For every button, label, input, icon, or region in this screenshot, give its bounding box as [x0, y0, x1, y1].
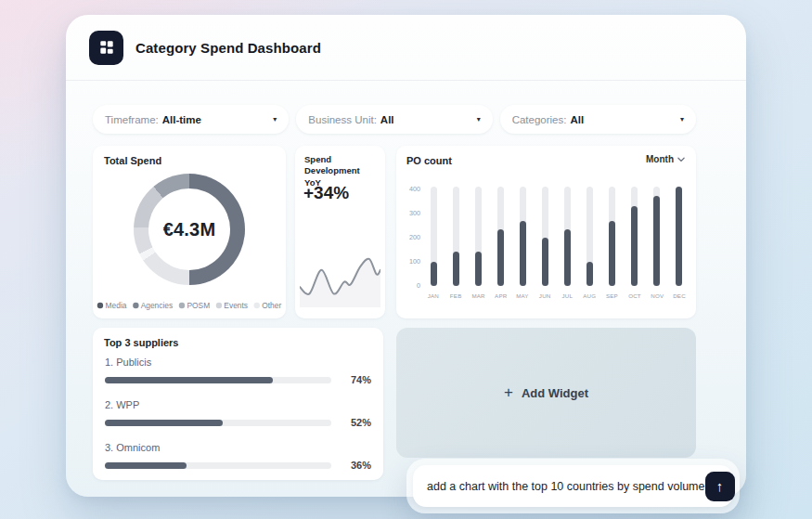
- legend-item-media: Media: [97, 301, 127, 310]
- legend-dot: [133, 303, 138, 308]
- bar-track: [609, 187, 615, 286]
- bar-fill: [520, 221, 526, 286]
- po-bar-may: MAY: [515, 187, 530, 303]
- bar-track: [586, 187, 593, 286]
- x-axis-tick-label: JUL: [562, 292, 574, 299]
- supplier-bar-fill: [105, 420, 223, 426]
- up-arrow-icon: ↑: [716, 478, 724, 494]
- bar-track: [676, 187, 682, 286]
- bar-track: [453, 187, 459, 286]
- supplier-bar-track: [105, 462, 331, 469]
- legend-dot: [97, 303, 103, 308]
- po-bar-jan: JAN: [426, 187, 441, 303]
- x-axis-tick-label: MAR: [471, 292, 484, 299]
- bar-track: [497, 187, 504, 286]
- legend-label: Other: [262, 301, 281, 310]
- chevron-down-icon: [677, 157, 685, 162]
- po-count-title: PO count: [406, 155, 452, 166]
- filter-timeframe-label: Timeframe:: [105, 114, 159, 125]
- legend-label: Events: [224, 301, 248, 310]
- bar-track: [564, 187, 571, 286]
- bar-fill: [453, 252, 459, 286]
- filter-business-unit[interactable]: Business Unit: All ▾: [296, 105, 492, 134]
- panel-header: Category Spend Dashboard: [66, 15, 746, 81]
- filter-categories[interactable]: Categories: All ▾: [500, 105, 696, 134]
- add-widget-button[interactable]: + Add Widget: [396, 328, 696, 458]
- x-axis-tick-label: JAN: [428, 292, 439, 299]
- bar-fill: [586, 262, 593, 286]
- bar-fill: [631, 206, 638, 286]
- legend-label: Agencies: [141, 301, 174, 310]
- send-button[interactable]: ↑: [705, 472, 735, 501]
- legend-dot: [216, 303, 222, 308]
- total-spend-value: €4.3M: [163, 219, 216, 240]
- bar-fill: [475, 252, 482, 286]
- supplier-percentage: 36%: [342, 460, 371, 471]
- total-spend-card: Total Spend €4.3M MediaAgenciesPOSMEvent…: [93, 146, 286, 318]
- filter-categories-label: Categories:: [512, 114, 567, 125]
- chat-bar: add a chart with the top 10 countries by…: [406, 459, 740, 513]
- chat-input[interactable]: add a chart with the top 10 countries by…: [413, 465, 733, 507]
- bar-track: [653, 187, 660, 286]
- supplier-row: 1. Publicis74%: [105, 357, 371, 385]
- bar-fill: [609, 221, 615, 286]
- chat-input-text: add a chart with the top 10 countries by…: [427, 480, 705, 493]
- po-count-granularity-selector[interactable]: Month: [646, 154, 685, 164]
- po-bar-apr: APR: [493, 187, 508, 303]
- supplier-bar-row: 74%: [105, 374, 371, 385]
- app-logo: [89, 31, 123, 65]
- po-count-granularity-value: Month: [646, 154, 674, 164]
- chevron-down-icon: ▾: [273, 115, 277, 123]
- bar-fill: [564, 229, 571, 286]
- chevron-down-icon: ▾: [477, 115, 481, 123]
- supplier-bar-row: 36%: [105, 460, 371, 471]
- y-axis-tick-label: 200: [406, 234, 420, 240]
- po-bar-sep: SEP: [605, 187, 620, 303]
- bar-fill: [497, 229, 504, 286]
- filter-bar: Timeframe: All-time ▾ Business Unit: All…: [93, 105, 696, 134]
- top-suppliers-card: Top 3 suppliers 1. Publicis74%2. WPP52%3…: [93, 328, 383, 480]
- y-axis-tick-label: 400: [406, 186, 420, 192]
- x-axis-tick-label: DEC: [673, 292, 686, 299]
- supplier-percentage: 74%: [342, 374, 371, 385]
- donut-hole: €4.3M: [148, 188, 230, 270]
- x-axis-tick-label: JUN: [539, 292, 551, 299]
- legend-item-events: Events: [216, 301, 248, 310]
- po-bar-aug: AUG: [583, 187, 598, 303]
- po-bar-oct: OCT: [627, 187, 642, 303]
- filter-business-unit-value: All: [380, 114, 394, 125]
- bar-track: [475, 187, 482, 286]
- x-axis-tick-label: FEB: [450, 292, 462, 299]
- page-title: Category Spend Dashboard: [135, 40, 321, 56]
- po-bar-mar: MAR: [470, 187, 485, 303]
- chevron-down-icon: ▾: [680, 115, 684, 123]
- supplier-bar-track: [105, 377, 331, 383]
- supplier-bar-fill: [105, 377, 273, 383]
- y-axis-tick-label: 0: [406, 282, 420, 289]
- bar-track: [542, 187, 548, 286]
- spend-development-sparkline: [300, 248, 380, 307]
- top-suppliers-title: Top 3 suppliers: [104, 337, 178, 348]
- spend-development-title-line1: Spend Development: [304, 154, 360, 175]
- x-axis-tick-label: MAY: [517, 292, 530, 299]
- total-spend-legend: MediaAgenciesPOSMEventsOther: [97, 301, 281, 310]
- legend-dot: [179, 303, 185, 308]
- spend-development-card: Spend Development YoY +34%: [295, 146, 385, 318]
- legend-item-agencies: Agencies: [133, 301, 173, 310]
- total-spend-title: Total Spend: [104, 155, 161, 166]
- supplier-name: 2. WPP: [105, 399, 371, 410]
- y-axis-tick-label: 300: [406, 210, 420, 216]
- bar-track: [431, 187, 437, 286]
- legend-label: POSM: [187, 301, 210, 310]
- supplier-bar-track: [105, 420, 331, 426]
- dashboard-panel: Category Spend Dashboard Timeframe: All-…: [66, 15, 746, 497]
- legend-label: Media: [106, 301, 127, 310]
- legend-item-posm: POSM: [179, 301, 211, 310]
- supplier-bar-row: 52%: [105, 417, 371, 428]
- po-bar-feb: FEB: [448, 187, 463, 303]
- spend-development-kpi: +34%: [303, 183, 349, 203]
- filter-timeframe[interactable]: Timeframe: All-time ▾: [93, 105, 289, 134]
- x-axis-tick-label: AUG: [584, 292, 597, 299]
- top-suppliers-list: 1. Publicis74%2. WPP52%3. Omnicom36%: [105, 357, 371, 485]
- x-axis-tick-label: APR: [495, 292, 507, 299]
